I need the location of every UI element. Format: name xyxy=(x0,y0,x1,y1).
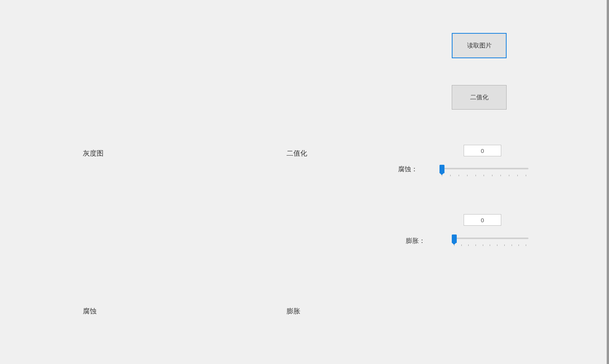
erode-value-display: 0 xyxy=(464,145,501,156)
grayscale-label: 灰度图 xyxy=(83,149,104,158)
dilate-slider-thumb[interactable] xyxy=(452,234,457,243)
erode-slider-label: 腐蚀： xyxy=(398,165,418,174)
dilate-slider-label: 膨胀： xyxy=(406,236,425,245)
erode-slider-track xyxy=(439,168,528,169)
binarize-button[interactable]: 二值化 xyxy=(452,85,507,110)
erode-slider-ticks xyxy=(442,175,526,177)
dilate-slider-ticks xyxy=(454,244,526,247)
dilate-value-display: 0 xyxy=(464,214,501,226)
dilate-slider-track xyxy=(452,238,528,239)
erode-slider-thumb[interactable] xyxy=(439,165,444,173)
read-image-button[interactable]: 读取图片 xyxy=(452,33,507,58)
dilate-slider[interactable] xyxy=(452,234,528,249)
erode-bottom-label: 腐蚀 xyxy=(83,307,97,316)
main-panel: 读取图片 二值化 灰度图 二值化 腐蚀 膨胀 腐蚀： 0 膨胀： 0 xyxy=(0,0,609,364)
erode-slider[interactable] xyxy=(439,164,528,179)
dilate-bottom-label: 膨胀 xyxy=(286,307,300,316)
binary-label: 二值化 xyxy=(286,149,307,158)
